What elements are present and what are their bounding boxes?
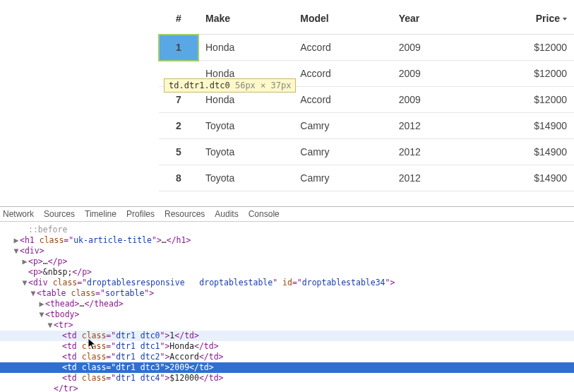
cell-year[interactable]: 2012 [392, 139, 471, 165]
cell-price[interactable]: $12000 [471, 61, 574, 87]
cell-model[interactable]: Camry [293, 165, 391, 191]
tab-resources[interactable]: Resources [165, 209, 205, 219]
dom-line[interactable]: ::before [0, 225, 574, 235]
tab-timeline[interactable]: Timeline [85, 209, 116, 219]
cell-num[interactable]: 1 [159, 35, 198, 61]
dom-line[interactable]: ▼<tr> [0, 320, 574, 331]
cell-year[interactable]: 2009 [392, 61, 471, 87]
table-row: 5 Toyota Camry 2012 $14900 [159, 139, 574, 165]
cell-price[interactable]: $14900 [471, 165, 574, 191]
cell-num[interactable]: 5 [159, 139, 198, 165]
cell-price[interactable]: $14900 [471, 113, 574, 139]
cell-model[interactable]: Accord [293, 61, 391, 87]
cell-make[interactable]: Toyota [198, 139, 293, 165]
page-content: # Make Model Year Price 1 Honda Accord 2… [0, 0, 574, 206]
col-year[interactable]: Year [392, 0, 471, 35]
table-row: 1 Honda Accord 2009 $12000 [159, 35, 574, 61]
tab-console[interactable]: Console [249, 209, 280, 219]
cell-model[interactable]: Camry [293, 139, 391, 165]
cell-num[interactable]: 2 [159, 113, 198, 139]
dom-line[interactable]: <td class="dtr1 dtc0">1</td> [0, 331, 574, 341]
tooltip-selector: td.dtr1.dtc0 [169, 81, 230, 90]
cell-year[interactable]: 2009 [392, 35, 471, 61]
cell-make[interactable]: Honda [198, 35, 293, 61]
tab-network[interactable]: Network [3, 209, 34, 219]
dom-tree[interactable]: ::before ▶<h1 class="uk-article-title">…… [0, 222, 574, 392]
col-make[interactable]: Make [198, 0, 293, 35]
cell-model[interactable]: Accord [293, 35, 391, 61]
dom-line[interactable]: ▶<h1 class="uk-article-title">…</h1> [0, 235, 574, 246]
cell-model[interactable]: Accord [293, 87, 391, 113]
tab-audits[interactable]: Audits [215, 209, 238, 219]
dom-line[interactable]: <p>&nbsp;</p> [0, 267, 574, 278]
table-row: 2 Toyota Camry 2012 $14900 [159, 113, 574, 139]
col-price[interactable]: Price [471, 0, 574, 35]
tab-profiles[interactable]: Profiles [126, 209, 155, 219]
dom-line[interactable]: <td class="dtr1 dtc4">$12000</td> [0, 373, 574, 384]
element-inspect-tooltip: td.dtr1.dtc0 56px × 37px [164, 78, 296, 93]
col-num[interactable]: # [159, 0, 198, 35]
dom-line[interactable]: ▼<table class="sortable"> [0, 288, 574, 299]
cell-year[interactable]: 2012 [392, 165, 471, 191]
sort-desc-icon [563, 18, 567, 20]
table-header-row: # Make Model Year Price [159, 0, 574, 35]
cell-model[interactable]: Camry [293, 113, 391, 139]
cell-price[interactable]: $14900 [471, 139, 574, 165]
devtools-tabbar: Network Sources Timeline Profiles Resour… [0, 207, 574, 222]
cell-make[interactable]: Toyota [198, 113, 293, 139]
tab-sources[interactable]: Sources [44, 209, 75, 219]
dom-line[interactable]: ▶<p>…</p> [0, 256, 574, 267]
dom-line-selected[interactable]: <td class="dtr1 dtc3">2009</td> [0, 362, 574, 373]
cell-year[interactable]: 2009 [392, 87, 471, 113]
dom-line[interactable]: ▼<tbody> [0, 309, 574, 320]
cell-price[interactable]: $12000 [471, 87, 574, 113]
dom-line[interactable]: ▼<div class="droptablesresponsive dropta… [0, 278, 574, 288]
cell-make[interactable]: Toyota [198, 165, 293, 191]
table-row: 8 Toyota Camry 2012 $14900 [159, 165, 574, 191]
cars-table: # Make Model Year Price 1 Honda Accord 2… [159, 0, 574, 191]
col-model[interactable]: Model [293, 0, 391, 35]
dom-line[interactable]: <td class="dtr1 dtc2">Accord</td> [0, 352, 574, 362]
dom-line[interactable]: <td class="dtr1 dtc1">Honda</td> [0, 341, 574, 352]
tooltip-dims: 56px × 37px [235, 81, 291, 90]
dom-line[interactable]: </tr> [0, 384, 574, 392]
dom-line[interactable]: ▶<thead>…</thead> [0, 299, 574, 309]
dom-line[interactable]: ▼<div> [0, 246, 574, 256]
cell-price[interactable]: $12000 [471, 35, 574, 61]
devtools-panel: Network Sources Timeline Profiles Resour… [0, 206, 574, 392]
cell-year[interactable]: 2012 [392, 113, 471, 139]
cell-num[interactable]: 8 [159, 165, 198, 191]
